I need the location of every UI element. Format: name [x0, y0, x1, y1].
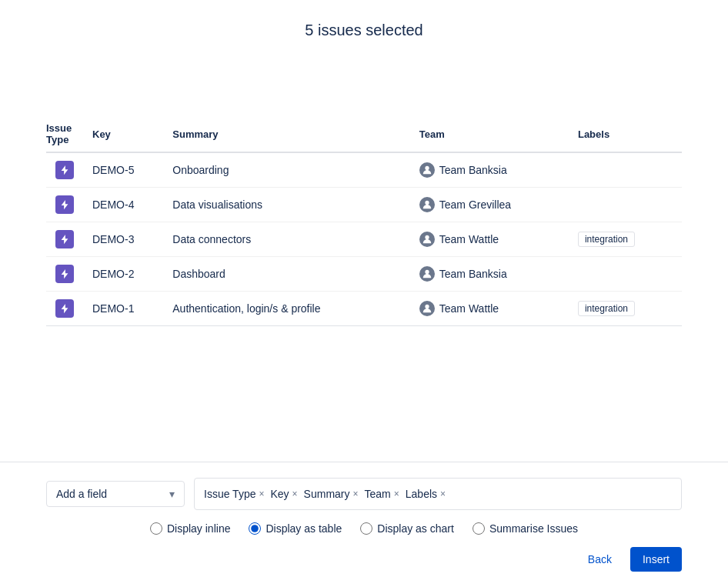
issues-table: Issue Type Key Summary Team Labels DEMO-… [46, 116, 682, 326]
team-cell: Team Wattle [419, 222, 578, 257]
team-cell: Team Banksia [419, 257, 578, 292]
svg-point-1 [425, 166, 429, 170]
svg-point-5 [425, 235, 429, 239]
col-team: Team [419, 116, 578, 152]
bottom-panel: Add a field ▾ Issue Type×Key×Summary×Tea… [0, 462, 728, 587]
display-inline-option[interactable]: Display inline [150, 522, 230, 535]
key-cell: DEMO-5 [92, 152, 172, 188]
team-name: Team Wattle [439, 233, 499, 245]
col-key: Key [92, 116, 172, 152]
add-field-label: Add a field [56, 488, 107, 500]
team-icon [419, 266, 435, 282]
tag-remove-icon[interactable]: × [292, 489, 298, 499]
summarise-radio[interactable] [473, 522, 485, 535]
team-icon [419, 301, 435, 316]
display-table-label: Display as table [265, 522, 342, 535]
team-icon [419, 197, 435, 212]
tag: Labels× [406, 488, 446, 500]
labels-cell: integration [578, 292, 682, 326]
svg-marker-4 [62, 235, 68, 244]
issue-type-cell [46, 152, 92, 188]
tag: Team× [365, 488, 399, 500]
key-cell: DEMO-1 [92, 292, 172, 326]
key-cell: DEMO-4 [92, 188, 172, 222]
table-row: DEMO-1Authentication, login/s & profile … [46, 292, 682, 326]
svg-point-3 [425, 201, 429, 205]
summary-cell: Data visualisations [172, 188, 419, 222]
team-cell: Team Grevillea [419, 188, 578, 222]
tag-label: Labels [406, 488, 437, 500]
svg-marker-0 [62, 165, 68, 175]
table-row: DEMO-5Onboarding Team Banksia [46, 152, 682, 188]
display-chart-label: Display as chart [377, 522, 454, 535]
fields-row: Add a field ▾ Issue Type×Key×Summary×Tea… [46, 478, 682, 510]
team-cell: Team Wattle [419, 292, 578, 326]
tag-label: Summary [304, 488, 350, 500]
svg-marker-8 [62, 304, 68, 313]
team-name: Team Wattle [439, 302, 499, 315]
chevron-down-icon: ▾ [169, 488, 175, 500]
issue-type-cell [46, 222, 92, 257]
col-issue-type: Issue Type [46, 116, 92, 152]
summary-cell: Data connectors [172, 222, 419, 257]
tag-label: Key [270, 488, 289, 500]
issue-icon [55, 161, 74, 179]
labels-cell [578, 188, 682, 222]
display-table-option[interactable]: Display as table [249, 522, 342, 535]
back-button[interactable]: Back [576, 547, 624, 572]
label-badge: integration [578, 301, 635, 316]
issue-icon [55, 299, 74, 318]
tag: Key× [270, 488, 297, 500]
labels-cell: integration [578, 222, 682, 257]
issue-icon [55, 265, 74, 283]
tag: Summary× [304, 488, 359, 500]
label-badge: integration [578, 232, 635, 247]
svg-point-9 [425, 305, 429, 309]
team-icon [419, 232, 435, 247]
key-cell: DEMO-3 [92, 222, 172, 257]
page-title: 5 issues selected [0, 0, 728, 55]
display-chart-option[interactable]: Display as chart [360, 522, 454, 535]
labels-cell [578, 257, 682, 292]
display-options: Display inline Display as table Display … [46, 522, 682, 535]
team-icon [419, 162, 435, 178]
tag-remove-icon[interactable]: × [394, 489, 399, 499]
display-inline-label: Display inline [167, 522, 230, 535]
table-row: DEMO-4Data visualisations Team Grevillea [46, 188, 682, 222]
summary-cell: Dashboard [172, 257, 419, 292]
issue-icon [55, 230, 74, 248]
summary-cell: Authentication, login/s & profile [172, 292, 419, 326]
tag-remove-icon[interactable]: × [440, 489, 446, 499]
tag: Issue Type× [204, 488, 264, 500]
team-name: Team Grevillea [439, 198, 511, 211]
insert-button[interactable]: Insert [630, 547, 682, 572]
svg-point-7 [425, 270, 429, 274]
svg-marker-2 [62, 200, 68, 209]
summarise-label: Summarise Issues [489, 522, 578, 535]
issue-icon [55, 195, 74, 214]
labels-cell [578, 152, 682, 188]
col-labels: Labels [578, 116, 682, 152]
svg-marker-6 [62, 269, 68, 278]
issue-type-cell [46, 188, 92, 222]
tag-label: Team [365, 488, 391, 500]
table-row: DEMO-3Data connectors Team Wattle integr… [46, 222, 682, 257]
tag-remove-icon[interactable]: × [259, 489, 264, 499]
action-buttons: Back Insert [46, 547, 682, 572]
table-row: DEMO-2Dashboard Team Banksia [46, 257, 682, 292]
team-name: Team Banksia [439, 268, 507, 280]
key-cell: DEMO-2 [92, 257, 172, 292]
issue-type-cell [46, 292, 92, 326]
team-cell: Team Banksia [419, 152, 578, 188]
summary-cell: Onboarding [172, 152, 419, 188]
tag-remove-icon[interactable]: × [353, 489, 359, 499]
issue-type-cell [46, 257, 92, 292]
add-field-dropdown[interactable]: Add a field ▾ [46, 481, 185, 507]
team-name: Team Banksia [439, 164, 507, 176]
display-chart-radio[interactable] [360, 522, 372, 535]
summarise-option[interactable]: Summarise Issues [473, 522, 578, 535]
col-summary: Summary [172, 116, 419, 152]
tags-container: Issue Type×Key×Summary×Team×Labels× [194, 478, 682, 510]
display-inline-radio[interactable] [150, 522, 162, 535]
display-table-radio[interactable] [249, 522, 261, 535]
